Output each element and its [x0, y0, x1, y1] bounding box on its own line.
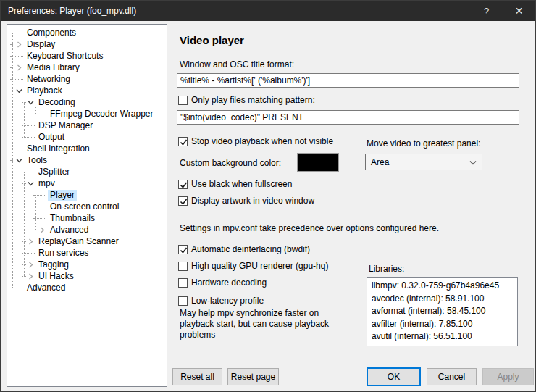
deinterlace-checkbox-label: Automatic deinterlacing (bwdif) — [191, 245, 310, 254]
tree-item-label: Components — [25, 28, 78, 38]
chevron-right-icon[interactable] — [26, 260, 35, 269]
gpu-hq-checkbox-label: High quality GPU renderer (gpu-hq) — [191, 262, 328, 271]
tree-item-label: UI Hacks — [36, 271, 76, 282]
low-latency-checkbox[interactable] — [178, 296, 188, 306]
chevron-down-icon[interactable] — [14, 156, 23, 164]
libraries-list[interactable]: libmpv: 0.32.0-759-g67b4a96e45avcodec (i… — [367, 277, 518, 346]
library-item[interactable]: avutil (internal): 56.51.100 — [367, 330, 517, 343]
chevron-down-icon[interactable] — [26, 98, 35, 107]
tree-item-tagging[interactable]: Tagging — [7, 259, 167, 270]
move-video-value: Area — [371, 157, 469, 167]
tree-item-tools[interactable]: Tools — [7, 154, 167, 166]
tree-item-label: Display — [25, 39, 57, 50]
low-latency-checkbox-label: Low-latency profile — [191, 296, 264, 306]
chevron-down-icon[interactable] — [14, 86, 23, 95]
tree-item-label: Playback — [25, 86, 64, 96]
chevron-right-icon[interactable] — [14, 63, 23, 72]
preferences-tree[interactable]: ComponentsDisplayKeyboard ShortcutsMedia… — [7, 24, 167, 387]
tree-item-ui-hacks[interactable]: UI Hacks — [7, 270, 167, 282]
hardware-decoding-checkbox[interactable] — [178, 278, 188, 288]
tree-item-networking[interactable]: Networking — [7, 73, 167, 85]
fullscreen-black-checkbox[interactable] — [178, 180, 188, 189]
hardware-decoding-checkbox-row[interactable]: Hardware decoding — [178, 278, 267, 288]
library-item[interactable]: avformat (internal): 58.45.100 — [367, 305, 517, 318]
background-color-label: Custom background color: — [180, 158, 281, 168]
tree-guide-line — [35, 107, 36, 114]
ok-button[interactable]: OK — [367, 367, 421, 386]
tree-item-label: mpv — [36, 178, 57, 189]
pattern-checkbox[interactable] — [178, 96, 188, 105]
tree-guide-line — [35, 195, 36, 230]
tree-item-label: Tools — [25, 155, 49, 166]
titlebar: Preferences: Player (foo_mpv.dll) ? ✕ — [1, 1, 535, 21]
tree-guide-line — [12, 33, 13, 288]
artwork-checkbox-label: Display artwork in video window — [191, 196, 314, 206]
move-video-dropdown[interactable]: Area — [365, 154, 482, 170]
help-icon[interactable]: ? — [470, 1, 503, 21]
page-title: Video player — [180, 34, 244, 46]
tree-item-keyboard-shortcuts[interactable]: Keyboard Shortcuts — [7, 50, 167, 62]
reset-all-button[interactable]: Reset all — [172, 368, 222, 385]
tree-item-label: Advanced — [25, 283, 67, 293]
stop-playback-checkbox-label: Stop video playback when not visible — [191, 137, 333, 146]
cancel-button[interactable]: Cancel — [427, 368, 477, 385]
check-icon — [179, 197, 188, 207]
tree-item-advanced[interactable]: Advanced — [7, 224, 167, 235]
tree-item-mpv[interactable]: mpv — [7, 178, 167, 189]
background-color-swatch[interactable] — [297, 153, 339, 172]
artwork-checkbox[interactable] — [178, 196, 188, 206]
tree-item-jsplitter[interactable]: JSplitter — [7, 166, 167, 178]
tree-item-run-services[interactable]: Run services — [7, 247, 167, 259]
tree-item-shell-integration[interactable]: Shell Integration — [7, 143, 167, 154]
chevron-right-icon[interactable] — [26, 237, 35, 246]
tree-item-advanced[interactable]: Advanced — [7, 282, 167, 293]
tree-item-dsp-manager[interactable]: DSP Manager — [7, 120, 167, 131]
tree-item-on-screen-control[interactable]: On-screen control — [7, 201, 167, 212]
tree-item-display[interactable]: Display — [7, 38, 167, 50]
tree-item-media-library[interactable]: Media Library — [7, 62, 167, 73]
chevron-right-icon[interactable] — [26, 272, 35, 280]
chevron-down-icon[interactable] — [26, 179, 35, 188]
window-title: Preferences: Player (foo_mpv.dll) — [1, 6, 470, 16]
close-icon[interactable]: ✕ — [503, 1, 535, 21]
tree-item-label: Thumbnails — [48, 213, 97, 224]
pattern-input[interactable] — [177, 110, 519, 125]
tree-item-label: Networking — [25, 74, 72, 85]
tree-item-label: JSplitter — [36, 167, 72, 178]
deinterlace-checkbox[interactable] — [178, 245, 188, 254]
pattern-checkbox-label: Only play files matching pattern: — [191, 96, 315, 105]
chevron-down-icon — [469, 157, 477, 167]
deinterlace-checkbox-row[interactable]: Automatic deinterlacing (bwdif) — [178, 245, 310, 254]
tree-item-output[interactable]: Output — [7, 131, 167, 143]
low-latency-checkbox-row[interactable]: Low-latency profile — [178, 296, 264, 306]
fullscreen-black-checkbox-label: Use black when fullscreen — [191, 180, 292, 189]
pattern-checkbox-row[interactable]: Only play files matching pattern: — [178, 96, 315, 105]
low-latency-note: May help mpv synchronize faster on playb… — [180, 308, 355, 341]
tree-item-replaygain-scanner[interactable]: ReplayGain Scanner — [7, 235, 167, 247]
library-item[interactable]: avfilter (internal): 7.85.100 — [367, 318, 517, 331]
tree-item-decoding[interactable]: Decoding — [7, 96, 167, 108]
tree-item-playback[interactable]: Playback — [7, 85, 167, 96]
tree-item-label: Advanced — [48, 225, 91, 235]
reset-page-button[interactable]: Reset page — [227, 368, 279, 385]
libraries-label: Libraries: — [369, 264, 404, 274]
apply-button[interactable]: Apply — [482, 368, 534, 385]
stop-playback-checkbox-row[interactable]: Stop video playback when not visible — [178, 137, 333, 146]
tree-item-player[interactable]: Player — [7, 189, 167, 201]
gpu-hq-checkbox-row[interactable]: High quality GPU renderer (gpu-hq) — [178, 262, 328, 271]
artwork-checkbox-row[interactable]: Display artwork in video window — [178, 196, 314, 206]
stop-playback-checkbox[interactable] — [178, 137, 188, 146]
tree-item-components[interactable]: Components — [7, 27, 167, 38]
chevron-right-icon[interactable] — [38, 225, 46, 234]
library-item[interactable]: avcodec (internal): 58.91.100 — [367, 293, 517, 306]
fullscreen-black-checkbox-row[interactable]: Use black when fullscreen — [178, 180, 292, 189]
library-item[interactable]: libmpv: 0.32.0-759-g67b4a96e45 — [367, 280, 517, 293]
tree-guide-line — [24, 102, 25, 137]
title-format-input[interactable] — [177, 73, 519, 88]
tree-item-thumbnails[interactable]: Thumbnails — [7, 212, 167, 224]
chevron-right-icon[interactable] — [14, 40, 23, 49]
tree-item-label: Player — [48, 190, 77, 201]
tree-item-ffmpeg-decoder-wrapper[interactable]: FFmpeg Decoder Wrapper — [7, 108, 167, 120]
gpu-hq-checkbox[interactable] — [178, 262, 188, 271]
move-video-label: Move video to greatest panel: — [367, 138, 480, 149]
